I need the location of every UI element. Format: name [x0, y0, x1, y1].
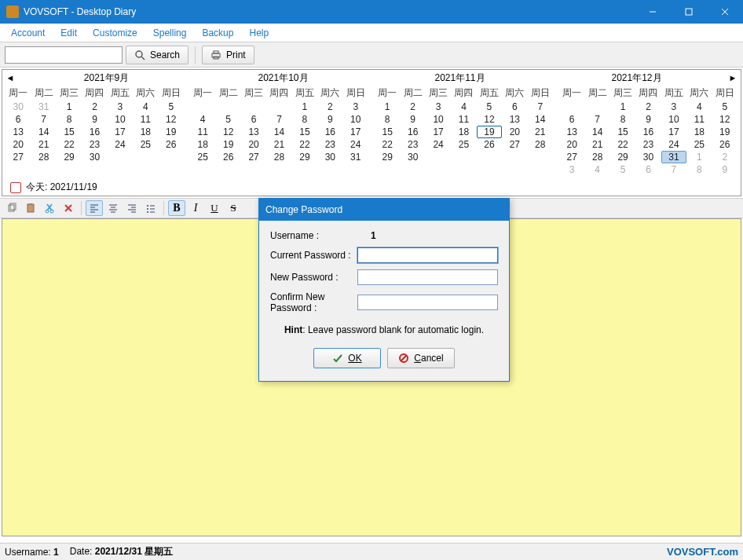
calendar-day[interactable]: 28 [266, 151, 291, 163]
cancel-button[interactable]: Cancel [387, 348, 455, 368]
align-left-button[interactable] [86, 200, 103, 216]
calendar-day[interactable]: 22 [610, 138, 635, 151]
calendar-day[interactable]: 12 [477, 113, 502, 126]
calendar-day[interactable]: 2 [317, 101, 342, 113]
calendar-day[interactable]: 6 [241, 113, 266, 126]
calendar-day[interactable]: 5 [712, 101, 738, 113]
confirm-password-input[interactable] [357, 295, 498, 310]
calendar-day[interactable]: 25 [133, 138, 158, 151]
calendar-day[interactable]: 12 [712, 113, 738, 126]
calendar-day[interactable]: 13 [241, 126, 266, 138]
calendar-month-title[interactable]: 2021年12月 [548, 70, 725, 86]
calendar-day[interactable]: 3 [661, 101, 686, 113]
calendar-day[interactable]: 5 [159, 101, 184, 113]
calendar-day[interactable]: 6 [559, 113, 584, 126]
cut-button[interactable] [41, 200, 58, 216]
maximize-button[interactable] [671, 0, 707, 24]
calendar-day[interactable]: 7 [528, 101, 553, 113]
menu-spelling[interactable]: Spelling [145, 25, 195, 41]
calendar-day[interactable]: 18 [686, 126, 712, 138]
today-label[interactable]: 今天: 2021/11/19 [26, 181, 97, 194]
underline-button[interactable]: U [206, 200, 223, 216]
calendar-day[interactable]: 14 [31, 126, 56, 138]
calendar-day[interactable]: 16 [635, 126, 661, 138]
calendar-day[interactable]: 1 [610, 101, 635, 113]
calendar-day[interactable]: 25 [686, 138, 712, 151]
calendar-day[interactable]: 11 [686, 113, 712, 126]
calendar-day[interactable]: 23 [400, 138, 425, 151]
calendar-day[interactable]: 13 [502, 113, 527, 126]
calendar-day[interactable]: 3 [343, 101, 368, 113]
calendar-day[interactable]: 1 [375, 101, 400, 113]
calendar-day[interactable]: 10 [343, 113, 368, 126]
menu-edit[interactable]: Edit [53, 25, 85, 41]
calendar-day[interactable]: 24 [343, 138, 368, 151]
strikethrough-button[interactable]: S [225, 200, 242, 216]
calendar-day[interactable]: 12 [159, 113, 184, 126]
calendar-day[interactable]: 5 [610, 163, 635, 176]
calendar-day[interactable]: 11 [190, 126, 215, 138]
calendar-day[interactable]: 4 [451, 101, 476, 113]
calendar-day[interactable]: 17 [108, 126, 133, 138]
brand-link[interactable]: VOVSOFT.com [667, 546, 738, 558]
calendar-day[interactable]: 23 [317, 138, 342, 151]
calendar-day[interactable]: 4 [133, 101, 158, 113]
calendar-day[interactable]: 19 [159, 126, 184, 138]
calendar-day[interactable]: 13 [5, 126, 31, 138]
calendar-day[interactable]: 29 [57, 151, 82, 163]
calendar-day[interactable]: 20 [5, 138, 31, 151]
calendar-day[interactable]: 24 [426, 138, 451, 151]
bullet-list-button[interactable] [142, 200, 159, 216]
minimize-button[interactable] [635, 0, 671, 24]
calendar-day[interactable]: 10 [426, 113, 451, 126]
calendar-day[interactable]: 1 [292, 101, 317, 113]
calendar-day[interactable]: 27 [502, 138, 527, 151]
calendar-day[interactable]: 24 [661, 138, 686, 151]
calendar-day[interactable]: 7 [584, 113, 609, 126]
calendar-day[interactable]: 10 [661, 113, 686, 126]
calendar-day[interactable]: 7 [31, 113, 56, 126]
calendar-day[interactable]: 31 [343, 151, 368, 163]
calendar-day[interactable]: 11 [451, 113, 476, 126]
calendar-day[interactable]: 26 [215, 151, 240, 163]
calendar-day[interactable]: 2 [635, 101, 661, 113]
calendar-next[interactable]: ► [725, 73, 741, 82]
calendar-day[interactable]: 16 [400, 126, 425, 138]
calendar-day[interactable]: 27 [241, 151, 266, 163]
calendar-day[interactable]: 17 [343, 126, 368, 138]
calendar-day[interactable]: 11 [133, 113, 158, 126]
calendar-day[interactable]: 4 [686, 101, 712, 113]
delete-button[interactable] [60, 200, 77, 216]
calendar-day[interactable]: 27 [559, 151, 584, 163]
align-right-button[interactable] [123, 200, 141, 216]
calendar-day[interactable]: 17 [661, 126, 686, 138]
calendar-day[interactable]: 24 [108, 138, 133, 151]
calendar-day[interactable]: 16 [82, 126, 107, 138]
calendar-day[interactable]: 21 [31, 138, 56, 151]
new-password-input[interactable] [357, 269, 498, 285]
calendar-day[interactable]: 20 [502, 126, 527, 138]
calendar-day[interactable]: 9 [400, 113, 425, 126]
search-button[interactable]: Search [126, 46, 188, 64]
close-button[interactable] [707, 0, 743, 24]
calendar-day[interactable]: 28 [528, 138, 553, 151]
calendar-day[interactable]: 22 [57, 138, 82, 151]
calendar-day[interactable]: 14 [584, 126, 609, 138]
calendar-day[interactable]: 9 [635, 113, 661, 126]
calendar-month-title[interactable]: 2021年11月 [372, 70, 548, 86]
calendar-day[interactable]: 18 [190, 138, 215, 151]
menu-customize[interactable]: Customize [85, 25, 145, 41]
calendar-day[interactable]: 26 [159, 138, 184, 151]
calendar-day[interactable]: 15 [610, 126, 635, 138]
calendar-day[interactable]: 9 [82, 113, 107, 126]
calendar-day[interactable]: 14 [266, 126, 291, 138]
italic-button[interactable]: I [187, 200, 204, 216]
calendar-day[interactable]: 17 [426, 126, 451, 138]
calendar-day[interactable]: 31 [661, 151, 686, 163]
calendar-day[interactable]: 29 [610, 151, 635, 163]
calendar-day[interactable]: 26 [477, 138, 502, 151]
calendar-day[interactable]: 27 [5, 151, 31, 163]
calendar-day[interactable]: 9 [712, 163, 738, 176]
calendar-day[interactable]: 23 [82, 138, 107, 151]
calendar-day[interactable]: 20 [241, 138, 266, 151]
